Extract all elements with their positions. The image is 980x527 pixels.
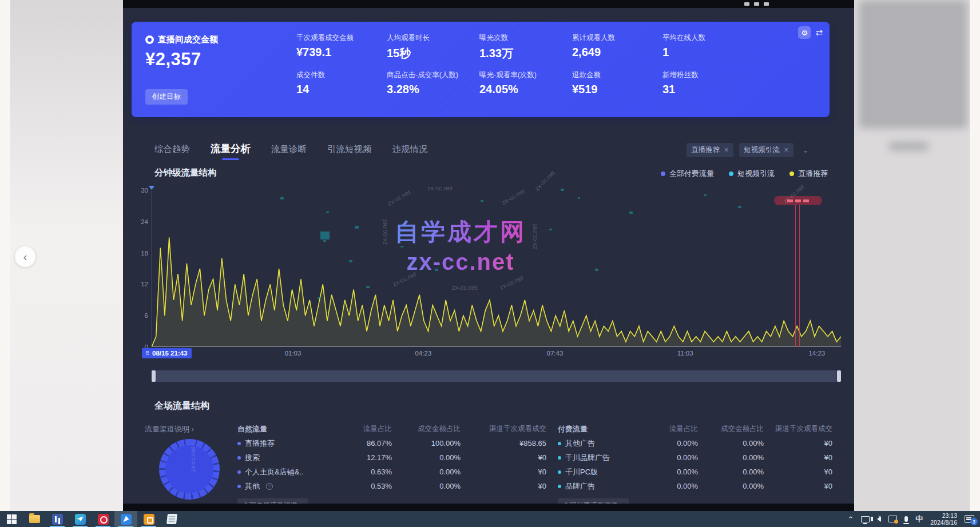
blurred-content — [888, 142, 929, 151]
channel-value: ¥0 — [461, 453, 546, 462]
table-row: 搜索12.17%0.00%¥0 — [237, 450, 546, 465]
kpi-metric-value: 14 — [296, 83, 387, 96]
microphone-icon[interactable] — [904, 516, 908, 522]
start-button[interactable] — [0, 511, 23, 527]
clock-time: 23:13 — [942, 512, 957, 519]
taskbar-clock[interactable]: 23:13 2024/8/16 — [930, 512, 957, 526]
topbar-mini-icon — [744, 2, 749, 6]
kpi-metric-value: 31 — [662, 83, 755, 96]
primary-metric-value: ¥2,357 — [145, 49, 201, 70]
taskbar-app-2[interactable] — [69, 511, 92, 527]
legend-item[interactable]: 全部付费流量 — [661, 169, 714, 179]
network-icon[interactable] — [861, 516, 870, 522]
taskbar-app-5[interactable] — [137, 511, 160, 527]
kpi-metric-value: ¥519 — [572, 83, 662, 96]
table-row: 直播推荐86.07%100.00%¥858.65 — [237, 436, 546, 450]
app-orange-icon — [144, 514, 154, 525]
traffic-group-title: 自然流量 — [237, 424, 338, 434]
swap-icon[interactable]: ⇄ — [815, 27, 823, 38]
kpi-metric-label: 退款金额 — [572, 70, 662, 80]
chip-remove-icon[interactable]: ✕ — [724, 146, 729, 154]
chip-label: 短视频引流 — [744, 145, 780, 155]
filter-chip[interactable]: 直播推荐✕ — [687, 143, 733, 157]
channel-label: 个人主页&店铺&.. — [237, 467, 338, 477]
app-blue-arrow-icon — [121, 514, 132, 525]
table-row: 品牌广告0.00%0.00%¥0 — [558, 479, 832, 493]
channel-note-link[interactable]: 流量渠道说明 › — [145, 424, 194, 434]
slider-handle-left[interactable] — [152, 370, 156, 382]
back-arrow-button[interactable]: ‹ — [15, 246, 35, 267]
tab-流量分析[interactable]: 流量分析 — [211, 142, 251, 160]
traffic-table-header: 付费流量流量占比成交金额占比渠道千次观看成交 — [558, 422, 832, 436]
channel-value: 0.00% — [698, 453, 764, 462]
dashboard-frame: 直播间成交金额 ¥2,357 创建目标 千次观看成交金额¥739.1人均观看时长… — [123, 0, 854, 511]
taskbar-app-1[interactable] — [46, 511, 69, 527]
kpi-metric: 人均观看时长15秒 — [387, 33, 479, 61]
slider-handle-right[interactable] — [837, 370, 841, 382]
create-goal-button[interactable]: 创建目标 — [145, 89, 188, 105]
channel-value: 0.00% — [698, 439, 764, 448]
legend-item[interactable]: 直播推荐 — [789, 169, 828, 179]
filter-chip[interactable]: 短视频引流✕ — [739, 143, 793, 157]
target-icon — [145, 35, 154, 44]
tab-违规情况[interactable]: 违规情况 — [392, 143, 428, 160]
help-icon[interactable]: ? — [266, 483, 273, 490]
kpi-metric-label: 曝光次数 — [479, 33, 572, 43]
taskbar-app-4-active[interactable] — [114, 511, 137, 527]
channel-value: 100.00% — [392, 439, 461, 448]
ime-indicator[interactable]: 中 — [915, 514, 923, 524]
kpi-metric: 曝光-观看率(次数)24.05% — [479, 70, 572, 96]
tab-流量诊断[interactable]: 流量诊断 — [271, 143, 307, 160]
notification-center-icon[interactable]: 3 — [965, 515, 974, 523]
chips-dropdown-icon[interactable]: ⌄ — [799, 145, 812, 155]
capture-icon[interactable] — [888, 516, 897, 522]
watermark-small: zx-cc.net — [533, 169, 556, 192]
kpi-metric-label: 平均在线人数 — [662, 33, 755, 43]
taskbar-file-explorer[interactable] — [23, 511, 46, 527]
legend-item[interactable]: 短视频引流 — [729, 169, 775, 179]
channel-value: 0.00% — [698, 468, 764, 476]
kpi-metric-value: 15秒 — [387, 46, 479, 61]
channel-dot-icon — [237, 456, 241, 460]
system-tray: ⌃ 中 23:13 2024/8/16 3 — [847, 512, 980, 526]
tray-expand-icon[interactable]: ⌃ — [847, 515, 854, 524]
traffic-column-header: 流量占比 — [338, 424, 392, 434]
chart-legend: 全部付费流量短视频引流直播推荐 — [661, 169, 828, 179]
channel-value: 86.07% — [338, 439, 392, 448]
chip-remove-icon[interactable]: ✕ — [784, 146, 789, 154]
x-tick-label: 11:03 — [677, 350, 693, 357]
kpi-metric: 新增粉丝数31 — [662, 70, 755, 96]
channel-label: 直播推荐 — [237, 438, 338, 449]
table-row: 千川品牌广告0.00%0.00%¥0 — [558, 450, 832, 465]
topbar-mini-icon — [764, 2, 769, 6]
taskbar-notepad[interactable] — [160, 511, 183, 527]
kpi-metric-label: 累计观看人数 — [572, 33, 662, 43]
slider-selected-range[interactable] — [156, 370, 836, 382]
kpi-metric: 累计观看人数2,649 — [572, 33, 662, 61]
channel-label: 其他? — [237, 481, 338, 492]
traffic-donut-chart — [159, 439, 220, 500]
kpi-metric-value: 2,649 — [572, 46, 662, 59]
speaker-icon[interactable] — [877, 516, 881, 522]
y-tick-label: 12 — [131, 281, 148, 288]
channel-dot-icon — [237, 485, 241, 488]
legend-label: 全部付费流量 — [669, 169, 714, 179]
channel-value: ¥0 — [764, 468, 832, 476]
chart-range-slider[interactable] — [152, 370, 841, 382]
channel-value: 0.00% — [392, 453, 461, 462]
table-row: 其他广告0.00%0.00%¥0 — [558, 436, 832, 450]
banner-tools: ⚙ ⇄ — [798, 26, 823, 39]
table-row: 其他?0.53%0.00%¥0 — [237, 479, 546, 493]
tab-综合趋势[interactable]: 综合趋势 — [154, 143, 190, 160]
kpi-metric: 千次观看成交金额¥739.1 — [296, 33, 387, 61]
channel-value: 0.00% — [644, 468, 698, 476]
traffic-group-title: 付费流量 — [558, 424, 644, 434]
channel-label: 其他广告 — [558, 438, 644, 449]
table-row: 千川PC版0.00%0.00%¥0 — [558, 465, 832, 479]
channel-filter-chips: 直播推荐✕短视频引流✕⌄ — [687, 143, 812, 157]
taskbar-app-3[interactable] — [92, 511, 114, 527]
gear-icon[interactable]: ⚙ — [798, 26, 811, 39]
page-right-band — [854, 0, 970, 511]
x-tick-start-handle[interactable]: ⠿08/15 21:43 — [142, 348, 192, 358]
tab-引流短视频[interactable]: 引流短视频 — [327, 143, 372, 160]
